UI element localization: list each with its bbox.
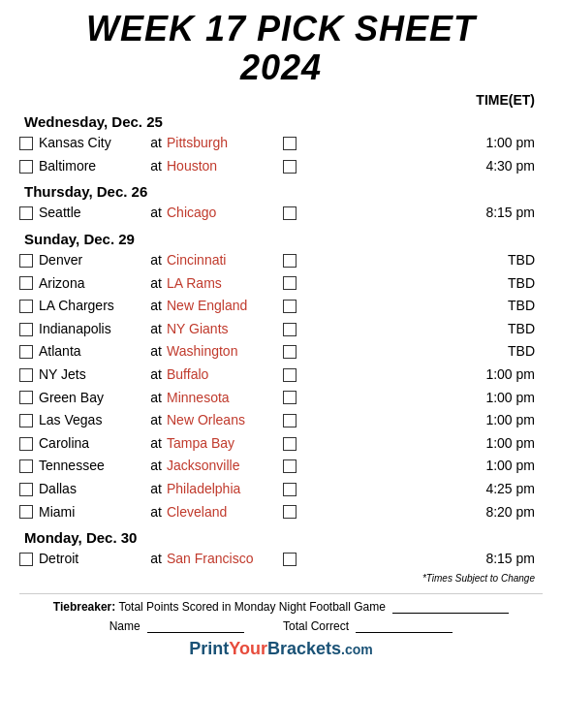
checkbox-left[interactable] [19,300,33,313]
checkbox-right[interactable] [283,368,297,382]
team-away: New Orleans [167,411,283,430]
game-time: 8:15 pm [475,550,543,569]
checkbox-right[interactable] [283,505,297,519]
game-row: LA ChargersatNew EnglandTBD [19,295,543,318]
at-text: at [145,320,167,339]
checkbox-right[interactable] [283,254,297,268]
team-away: Minnesota [167,389,283,408]
section-header-sunday: Sunday, Dec. 29 [19,231,543,247]
game-time: TBD [475,342,543,362]
game-row: TennesseeatJacksonville1:00 pm [19,455,543,478]
game-row: NY JetsatBuffalo1:00 pm [19,364,543,387]
team-away: San Francisco [167,550,283,569]
checkbox-right[interactable] [283,137,297,150]
game-row: DetroitatSan Francisco8:15 pm [19,548,543,571]
checkbox-right[interactable] [283,459,297,473]
checkbox-left[interactable] [19,160,33,174]
checkbox-right[interactable] [283,276,297,290]
at-text: at [145,457,167,476]
tiebreaker-row: Tiebreaker: Total Points Scored in Monda… [19,600,543,614]
main-title: WEEK 17 PICK SHEET 2024 [19,10,543,86]
team-home: Carolina [39,434,145,454]
checkbox-right[interactable] [283,206,297,220]
at-text: at [145,297,167,316]
team-home: Seattle [39,204,145,223]
game-row: Green BayatMinnesota1:00 pm [19,387,543,410]
team-home: Arizona [39,274,145,294]
game-time: 1:00 pm [475,365,543,385]
at-text: at [145,550,167,569]
checkbox-left[interactable] [19,276,33,290]
team-home: NY Jets [39,365,145,385]
checkbox-right[interactable] [283,391,297,404]
checkbox-left[interactable] [19,459,33,473]
team-home: Miami [39,503,145,522]
checkbox-left[interactable] [19,345,33,359]
team-away: New England [167,297,283,316]
checkbox-left[interactable] [19,254,33,268]
checkbox-right[interactable] [283,300,297,313]
team-home: LA Chargers [39,297,145,316]
checkbox-left[interactable] [19,137,33,150]
checkbox-left[interactable] [19,553,33,566]
game-row: IndianapolisatNY GiantsTBD [19,318,543,341]
checkbox-right[interactable] [283,160,297,174]
game-row: BaltimoreatHouston4:30 pm [19,155,543,178]
checkbox-right[interactable] [283,437,297,451]
game-row: CarolinaatTampa Bay1:00 pm [19,432,543,456]
game-time: TBD [475,320,543,339]
game-time: TBD [475,274,543,294]
team-away: Pittsburgh [167,134,283,153]
checkbox-left[interactable] [19,483,33,496]
checkbox-left[interactable] [19,368,33,382]
at-text: at [145,411,167,430]
team-home: Tennessee [39,457,145,476]
game-time: 1:00 pm [475,411,543,430]
game-row: ArizonaatLA RamsTBD [19,272,543,296]
team-away: Houston [167,157,283,176]
team-home: Las Vegas [39,411,145,430]
at-text: at [145,389,167,408]
at-text: at [145,274,167,294]
checkbox-left[interactable] [19,391,33,404]
section-header-wednesday: Wednesday, Dec. 25 [19,113,543,130]
checkbox-left[interactable] [19,414,33,427]
section-header-thursday: Thursday, Dec. 26 [19,183,543,200]
game-time: 1:00 pm [475,134,543,153]
times-note: *Times Subject to Change [19,573,543,584]
checkbox-left[interactable] [19,437,33,451]
at-text: at [145,134,167,153]
game-row: AtlantaatWashingtonTBD [19,340,543,364]
team-away: Chicago [167,204,283,223]
team-away: Jacksonville [167,457,283,476]
checkbox-right[interactable] [283,553,297,566]
checkbox-right[interactable] [283,483,297,496]
game-row: MiamiatCleveland8:20 pm [19,501,543,524]
at-text: at [145,503,167,522]
team-home: Atlanta [39,342,145,362]
game-time: 4:25 pm [475,480,543,499]
team-away: Tampa Bay [167,434,283,454]
correct-label: Total Correct [283,619,453,633]
game-row: DenveratCincinnatiTBD [19,249,543,272]
game-time: 4:30 pm [475,157,543,176]
name-label: Name [109,619,244,633]
tiebreaker-label: Tiebreaker: [53,600,115,614]
team-away: Philadelphia [167,480,283,499]
tiebreaker-text: Total Points Scored in Monday Night Foot… [118,600,385,614]
game-time: 1:00 pm [475,457,543,476]
checkbox-right[interactable] [283,345,297,359]
checkbox-left[interactable] [19,206,33,220]
checkbox-left[interactable] [19,505,33,519]
checkbox-right[interactable] [283,414,297,427]
checkbox-left[interactable] [19,323,33,336]
game-time: 8:20 pm [475,503,543,522]
team-away: Washington [167,342,283,362]
at-text: at [145,342,167,362]
team-home: Dallas [39,480,145,499]
at-text: at [145,434,167,454]
checkbox-right[interactable] [283,323,297,336]
game-time: 1:00 pm [475,389,543,408]
section-header-monday: Monday, Dec. 30 [19,529,543,546]
team-away: Cincinnati [167,251,283,270]
